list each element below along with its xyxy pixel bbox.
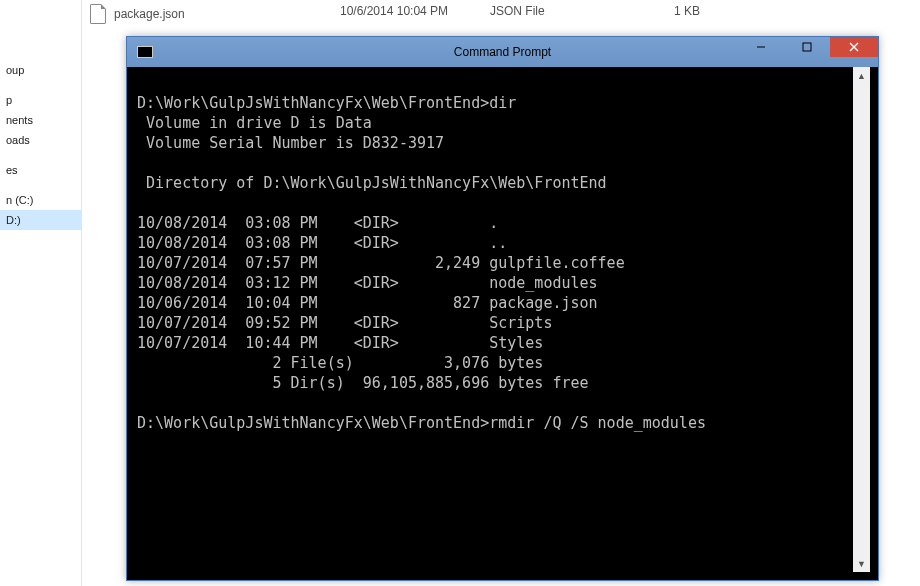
explorer-nav-tree: oup p nents oads es n (C:) D:) [0,0,82,586]
nav-item[interactable]: oads [0,130,81,150]
file-date: 10/6/2014 10:04 PM [340,4,490,24]
output-line: Volume in drive D is Data [137,114,372,132]
console-viewport: D:\Work\GulpJsWithNancyFx\Web\FrontEnd>d… [135,67,870,572]
maximize-button[interactable] [784,37,830,57]
file-type: JSON File [490,4,620,24]
prompt: D:\Work\GulpJsWithNancyFx\Web\FrontEnd> [137,94,489,112]
nav-item[interactable]: oup [0,60,81,80]
command-prompt-window: Command Prompt D:\Work\GulpJsWithNancyFx… [126,36,879,581]
nav-item[interactable]: es [0,160,81,180]
nav-item-drive-d[interactable]: D:) [0,210,81,230]
cmd-icon[interactable] [137,46,153,58]
scroll-up-icon[interactable]: ▲ [853,67,870,84]
scrollbar[interactable]: ▲ ▼ [853,67,870,572]
scroll-down-icon[interactable]: ▼ [853,555,870,572]
nav-item[interactable]: p [0,90,81,110]
dir-entry: 10/08/2014 03:12 PM <DIR> node_modules [137,274,598,292]
dir-entry: 10/07/2014 10:44 PM <DIR> Styles [137,334,543,352]
output-line: Directory of D:\Work\GulpJsWithNancyFx\W… [137,174,607,192]
file-name: package.json [114,7,185,21]
scroll-track[interactable] [853,84,870,555]
dir-entry: 10/07/2014 09:52 PM <DIR> Scripts [137,314,552,332]
titlebar[interactable]: Command Prompt [127,37,878,67]
file-icon [90,4,106,24]
close-button[interactable] [830,37,878,57]
output-line: 2 File(s) 3,076 bytes [137,354,543,372]
output-line: Volume Serial Number is D832-3917 [137,134,444,152]
output-line: 5 Dir(s) 96,105,885,696 bytes free [137,374,589,392]
prompt: D:\Work\GulpJsWithNancyFx\Web\FrontEnd> [137,414,489,432]
minimize-button[interactable] [738,37,784,57]
nav-item-drive-c[interactable]: n (C:) [0,190,81,210]
explorer-file-row[interactable]: package.json 10/6/2014 10:04 PM JSON Fil… [90,4,890,24]
dir-entry: 10/06/2014 10:04 PM 827 package.json [137,294,598,312]
svg-rect-1 [803,43,811,51]
typed-command: rmdir /Q /S node_modules [489,414,706,432]
nav-item[interactable]: nents [0,110,81,130]
console-output[interactable]: D:\Work\GulpJsWithNancyFx\Web\FrontEnd>d… [135,67,853,572]
dir-entry: 10/08/2014 03:08 PM <DIR> .. [137,234,507,252]
window-caption-buttons [738,37,878,57]
file-size: 1 KB [620,4,700,24]
typed-command: dir [489,94,516,112]
dir-entry: 10/08/2014 03:08 PM <DIR> . [137,214,498,232]
dir-entry: 10/07/2014 07:57 PM 2,249 gulpfile.coffe… [137,254,625,272]
